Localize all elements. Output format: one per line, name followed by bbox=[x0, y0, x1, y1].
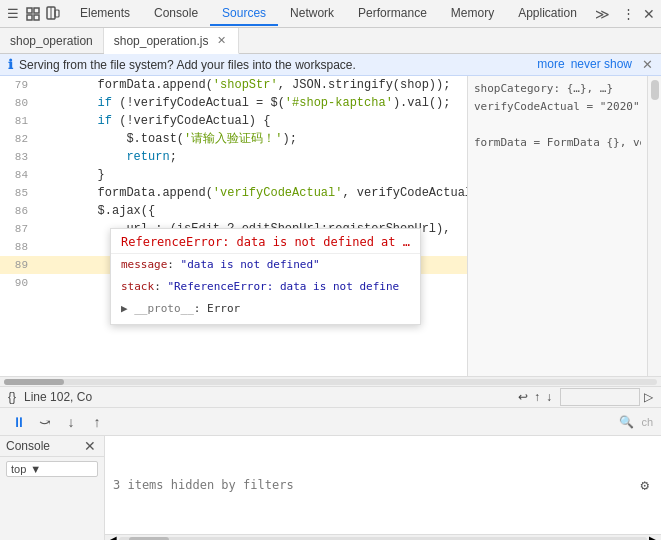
vertical-scroll-thumb[interactable] bbox=[651, 80, 659, 100]
svg-rect-2 bbox=[34, 8, 39, 13]
tab-sources[interactable]: Sources bbox=[210, 2, 278, 26]
tab-console[interactable]: Console bbox=[142, 2, 210, 26]
console-header: Console ✕ bbox=[0, 436, 104, 457]
file-tab-shop-operation[interactable]: shop_operation bbox=[0, 28, 104, 53]
search-icon: 🔍 bbox=[619, 415, 634, 429]
main-area: 79 formData.append('shopStr', JSON.strin… bbox=[0, 76, 661, 376]
console-content: 3 items hidden by filters ⚙ bbox=[105, 436, 661, 534]
dropdown-chevron: ▼ bbox=[30, 463, 41, 475]
tab-network[interactable]: Network bbox=[278, 2, 346, 26]
error-popup-proto[interactable]: ▶ __proto__: Error bbox=[111, 298, 420, 320]
tab-elements[interactable]: Elements bbox=[68, 2, 142, 26]
console-area: Console ✕ top ▼ 3 items hidden by filter… bbox=[0, 436, 661, 540]
svg-rect-6 bbox=[55, 10, 59, 17]
hamburger-icon[interactable]: ☰ bbox=[4, 5, 22, 23]
step-into-btn[interactable]: ↓ bbox=[60, 411, 82, 433]
scroll-right-arrow[interactable]: ▶ bbox=[649, 534, 657, 540]
scroll-left-arrow[interactable]: ◀ bbox=[109, 534, 117, 540]
svg-rect-0 bbox=[27, 8, 32, 13]
status-icons: {} Line 102, Co bbox=[8, 390, 92, 404]
error-popup: ReferenceError: data is not defined at …… bbox=[110, 228, 421, 325]
info-bar: ℹ Serving from the file system? Add your… bbox=[0, 54, 661, 76]
file-tab-shop-operation-js[interactable]: shop_operation.js ✕ bbox=[104, 28, 240, 54]
vertical-scrollbar[interactable] bbox=[647, 76, 661, 376]
code-line-81: 81 if (!verifyCodeActual) { bbox=[0, 112, 467, 130]
code-line-82: 82 $.toast('请输入验证码！'); bbox=[0, 130, 467, 148]
console-context-dropdown[interactable]: top ▼ bbox=[6, 461, 98, 477]
console-scroll-thumb[interactable] bbox=[129, 537, 169, 541]
search-area: 🔍 ch bbox=[619, 415, 653, 429]
toolbar-icon-group: ☰ bbox=[4, 5, 62, 23]
toolbar-right: ⋮ ✕ bbox=[619, 5, 657, 23]
bottom-status-text: Line 102, Co bbox=[24, 390, 92, 404]
code-line-79: 79 formData.append('shopStr', JSON.strin… bbox=[0, 76, 467, 94]
right-panel-line-1: shopCategory: {…}, …} bbox=[474, 80, 641, 98]
step-out-btn[interactable]: ↑ bbox=[86, 411, 108, 433]
console-horizontal-scrollbar[interactable]: ◀ ▶ bbox=[105, 534, 661, 540]
error-popup-message: message: "data is not defined" bbox=[111, 254, 420, 276]
dropdown-label: top bbox=[11, 463, 26, 475]
right-panel-line-2: verifyCodeActual = "2020" bbox=[474, 98, 641, 116]
code-scroll-thumb[interactable] bbox=[4, 379, 64, 385]
svg-rect-1 bbox=[27, 15, 32, 20]
info-links: more never show ✕ bbox=[537, 57, 653, 72]
console-right-panel: 3 items hidden by filters ⚙ ◀ ▶ bbox=[105, 436, 661, 540]
bottom-status-bar: {} Line 102, Co ↩ ↑ ↓ ▷ bbox=[0, 386, 661, 408]
code-horizontal-scrollbar[interactable] bbox=[0, 376, 661, 386]
info-bar-text: Serving from the file system? Add your f… bbox=[19, 58, 356, 72]
code-line-84: 84 } bbox=[0, 166, 467, 184]
svg-rect-3 bbox=[34, 15, 39, 20]
error-popup-stack: stack: "ReferenceError: data is not defi… bbox=[111, 276, 420, 298]
never-show-link[interactable]: never show bbox=[571, 57, 632, 72]
status-icons-right: ↩ ↑ ↓ ▷ bbox=[518, 388, 653, 406]
device-icon[interactable] bbox=[44, 5, 62, 23]
more-link[interactable]: more bbox=[537, 57, 564, 72]
format-icon[interactable]: {} bbox=[8, 390, 16, 404]
right-panel-line-4: formData = FormData {}, ver bbox=[474, 134, 641, 152]
info-icon: ℹ bbox=[8, 57, 13, 72]
search-area-placeholder bbox=[560, 388, 640, 406]
close-console-btn[interactable]: ✕ bbox=[82, 438, 98, 454]
file-tab-label: shop_operation bbox=[10, 34, 93, 48]
code-editor[interactable]: 79 formData.append('shopStr', JSON.strin… bbox=[0, 76, 467, 376]
search-placeholder-text: ch bbox=[641, 416, 653, 428]
tab-memory[interactable]: Memory bbox=[439, 2, 506, 26]
up-icon[interactable]: ↑ bbox=[534, 390, 540, 404]
close-devtools-button[interactable]: ✕ bbox=[641, 6, 657, 22]
devtools-toolbar: ☰ Elements Console Sources Network Perfo… bbox=[0, 0, 661, 28]
close-file-tab-icon[interactable]: ✕ bbox=[214, 34, 228, 48]
code-line-86: 86 $.ajax({ bbox=[0, 202, 467, 220]
tab-application[interactable]: Application bbox=[506, 2, 589, 26]
code-scroll-track[interactable] bbox=[4, 379, 657, 385]
back-icon[interactable]: ↩ bbox=[518, 390, 528, 404]
file-tabs: shop_operation shop_operation.js ✕ bbox=[0, 28, 661, 54]
file-tab-label-js: shop_operation.js bbox=[114, 34, 209, 48]
right-panel: shopCategory: {…}, …} verifyCodeActual =… bbox=[467, 76, 647, 376]
code-line-83: 83 return; bbox=[0, 148, 467, 166]
error-popup-title: ReferenceError: data is not defined at … bbox=[111, 233, 420, 254]
console-left-panel: Console ✕ top ▼ bbox=[0, 436, 105, 540]
console-label: Console bbox=[6, 439, 50, 453]
tab-bar: Elements Console Sources Network Perform… bbox=[68, 2, 619, 26]
console-scroll-track[interactable] bbox=[119, 537, 647, 541]
more-tabs-icon[interactable]: ≫ bbox=[589, 2, 616, 26]
info-close-icon[interactable]: ✕ bbox=[642, 57, 653, 72]
down-icon[interactable]: ↓ bbox=[546, 390, 552, 404]
filter-message: 3 items hidden by filters bbox=[113, 478, 294, 492]
right-panel-line-3 bbox=[474, 116, 641, 134]
code-line-80: 80 if (!verifyCodeActual = $('#shop-kapt… bbox=[0, 94, 467, 112]
tab-performance[interactable]: Performance bbox=[346, 2, 439, 26]
right-arrow-icon[interactable]: ▷ bbox=[644, 390, 653, 404]
kebab-menu-icon[interactable]: ⋮ bbox=[619, 5, 637, 23]
console-settings-btn[interactable]: ⚙ bbox=[637, 475, 653, 495]
code-line-85: 85 formData.append('verifyCodeActual', v… bbox=[0, 184, 467, 202]
step-over-btn[interactable]: ⤻ bbox=[34, 411, 56, 433]
pause-resume-btn[interactable]: ⏸ bbox=[8, 411, 30, 433]
bottom-action-bar: ⏸ ⤻ ↓ ↑ 🔍 ch bbox=[0, 408, 661, 436]
inspect-icon[interactable] bbox=[24, 5, 42, 23]
